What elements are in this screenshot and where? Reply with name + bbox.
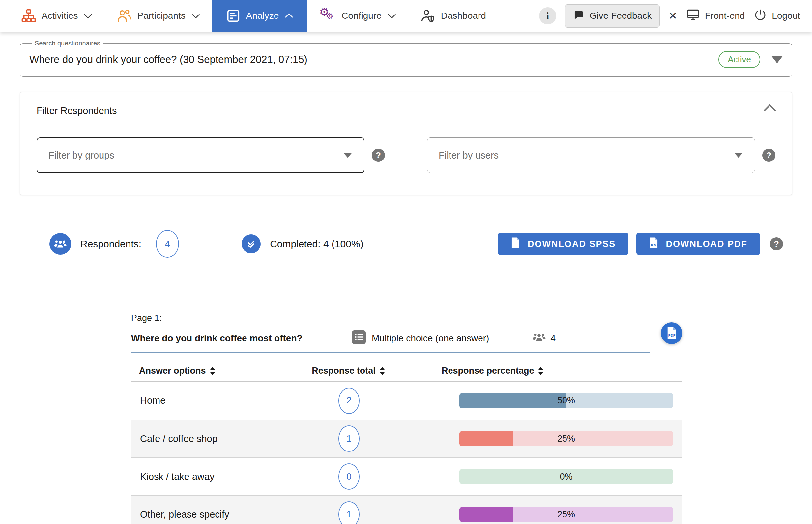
nav-item-participants[interactable]: Participants: [104, 0, 212, 32]
bar-percent-label: 0%: [459, 469, 673, 484]
dropdown-arrow-icon: [343, 152, 353, 159]
download-pdf-label: DOWNLOAD PDF: [666, 239, 747, 249]
pdf-file-icon: PDF: [649, 237, 659, 251]
response-percentage-bar: 50%: [459, 393, 673, 408]
filter-respondents-panel: Filter Respondents Filter by groups ? Fi…: [20, 92, 792, 195]
response-percentage-bar: 25%: [459, 507, 673, 522]
info-icon[interactable]: i: [539, 7, 556, 24]
group-icon: [532, 330, 546, 347]
question-respondent-count-value: 4: [550, 333, 556, 344]
download-spss-label: DOWNLOAD SPSS: [528, 239, 616, 249]
filter-by-groups-placeholder: Filter by groups: [48, 150, 343, 161]
response-percentage-bar: 0%: [459, 469, 673, 484]
question-title: Where do you drink coffee most often?: [131, 333, 302, 344]
monitor-icon: [686, 7, 700, 24]
front-end-label: Front-end: [705, 11, 745, 21]
respondents-group-icon: [49, 233, 71, 255]
response-percentage-bar: 25%: [459, 431, 673, 446]
nav-item-analyze[interactable]: Analyze: [212, 0, 308, 32]
chevron-down-icon: [192, 13, 200, 18]
status-badge: Active: [718, 51, 760, 68]
answer-option-label: Other, please specify: [132, 509, 277, 520]
users-help-icon[interactable]: ?: [762, 149, 775, 162]
question-respondent-count: 4: [532, 330, 556, 347]
completed-label: Completed: 4 (100%): [270, 238, 363, 249]
question-header: Where do you drink coffee most often? Mu…: [131, 330, 792, 352]
question-type: Multiple choice (one answer): [352, 330, 489, 346]
download-help-icon[interactable]: ?: [770, 237, 783, 250]
download-spss-button[interactable]: DOWNLOAD SPSS: [498, 233, 628, 255]
close-icon[interactable]: ✕: [668, 11, 677, 21]
sort-icon[interactable]: [209, 366, 216, 376]
analyze-chart-icon: [226, 8, 241, 23]
question-type-label: Multiple choice (one answer): [372, 333, 489, 344]
question-divider: [131, 352, 649, 353]
page-label: Page 1:: [131, 313, 792, 323]
response-total-badge: 2: [338, 388, 360, 414]
answer-option-label: Kiosk / take away: [132, 471, 277, 482]
front-end-link[interactable]: Front-end: [686, 7, 745, 24]
nav-left: Activities Participants: [0, 0, 498, 32]
file-icon: [511, 237, 520, 251]
completed-stat: Completed: 4 (100%): [242, 234, 363, 253]
download-pdf-button[interactable]: PDF DOWNLOAD PDF: [636, 233, 760, 255]
search-questionnaires-label: Search questionnaires: [32, 39, 103, 47]
top-nav: Activities Participants: [0, 0, 812, 32]
dashboard-person-shield-icon: [420, 8, 436, 24]
participants-icon: [116, 8, 132, 24]
chevron-down-icon: [387, 13, 396, 18]
nav-item-label: Dashboard: [441, 11, 486, 21]
groups-help-icon[interactable]: ?: [372, 149, 385, 162]
nav-item-activities[interactable]: Activities: [9, 0, 104, 32]
header-response-total[interactable]: Response total: [276, 366, 421, 376]
bar-percent-label: 25%: [459, 431, 673, 446]
results-table: Home 2 50% Cafe / coffee shop 1 25% Kios…: [131, 381, 682, 524]
svg-text:PDF: PDF: [650, 243, 659, 246]
question-pdf-button[interactable]: PDF: [661, 322, 682, 344]
response-total-badge: 1: [338, 425, 360, 452]
give-feedback-button[interactable]: Give Feedback: [565, 4, 660, 28]
collapse-panel-icon[interactable]: [763, 103, 777, 114]
chevron-down-icon: [84, 13, 92, 18]
dropdown-arrow-icon: [733, 152, 744, 159]
table-row: Home 2 50%: [132, 382, 682, 420]
logout-link[interactable]: Logout: [753, 8, 800, 24]
svg-text:PDF: PDF: [668, 333, 676, 338]
sort-icon[interactable]: [379, 366, 385, 376]
nav-right: i Give Feedback ✕ Front-end: [539, 0, 812, 32]
chevron-up-icon: [285, 13, 293, 18]
nav-item-dashboard[interactable]: Dashboard: [408, 0, 498, 32]
download-buttons: DOWNLOAD SPSS PDF DOWNLOAD PDF ?: [498, 233, 783, 255]
questionnaire-dropdown-arrow-icon[interactable]: [772, 56, 783, 63]
logout-label: Logout: [772, 11, 800, 21]
header-response-total-label: Response total: [312, 366, 376, 376]
header-answer-options[interactable]: Answer options: [131, 366, 276, 376]
stats-row: Respondents: 4 Completed: 4 (100%) DOWNL…: [20, 230, 792, 258]
nav-item-label: Analyze: [246, 11, 279, 21]
header-response-percentage[interactable]: Response percentage: [421, 366, 682, 376]
multiple-choice-list-icon: [352, 330, 366, 346]
power-icon: [753, 8, 767, 24]
configure-gears-icon: ⚙ ⚙: [319, 7, 336, 24]
search-questionnaires-field[interactable]: Search questionnaires Where do you drink…: [20, 39, 792, 77]
nav-item-configure[interactable]: ⚙ ⚙ Configure: [307, 0, 408, 32]
nav-item-label: Configure: [342, 11, 381, 21]
filter-by-groups-select[interactable]: Filter by groups: [37, 137, 364, 173]
sort-icon[interactable]: [537, 366, 544, 376]
activities-icon: [21, 8, 36, 23]
table-row: Cafe / coffee shop 1 25%: [132, 420, 682, 457]
answer-option-label: Home: [132, 395, 277, 406]
header-response-percentage-label: Response percentage: [442, 366, 534, 376]
table-row: Kiosk / take away 0 0%: [132, 457, 682, 495]
bar-percent-label: 25%: [459, 507, 673, 522]
nav-item-label: Activities: [42, 11, 78, 21]
selected-questionnaire[interactable]: Where do you drink your coffee? (30 Sept…: [29, 54, 718, 66]
response-total-badge: 0: [338, 463, 360, 490]
speech-bubble-icon: [573, 9, 584, 23]
filter-by-users-select[interactable]: Filter by users: [427, 137, 755, 173]
main-content: Search questionnaires Where do you drink…: [0, 39, 812, 524]
answer-option-label: Cafe / coffee shop: [132, 433, 277, 444]
filter-respondents-title: Filter Respondents: [37, 105, 775, 116]
table-header-row: Answer options Response total Response p…: [131, 366, 682, 376]
give-feedback-label: Give Feedback: [590, 11, 651, 21]
